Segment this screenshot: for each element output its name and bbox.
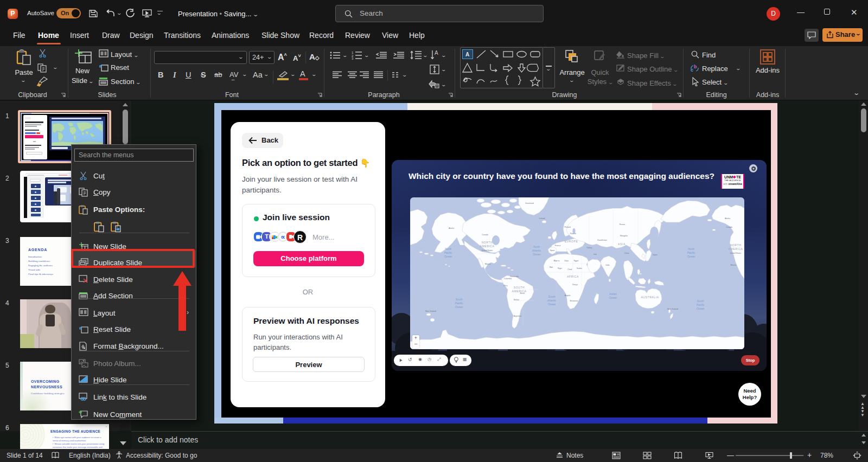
svg-text:Pacific: Pacific (455, 301, 463, 305)
svg-text:Ocean: Ocean (444, 255, 452, 258)
svg-text:Turkey: Turkey (586, 247, 592, 249)
svg-text:India: India (605, 264, 609, 266)
svg-text:New Zealand: New Zealand (425, 310, 436, 312)
svg-text:South: South (455, 298, 462, 301)
svg-text:Egypt: Egypt (574, 260, 579, 262)
svg-text:NORTH: NORTH (730, 243, 742, 247)
svg-text:Ocean: Ocean (609, 296, 617, 299)
svg-text:Brazil: Brazil (520, 292, 525, 294)
svg-text:Canada: Canada (726, 226, 732, 228)
svg-text:b: b (694, 64, 697, 69)
svg-text:A: A (465, 52, 469, 57)
svg-text:ASIA: ASIA (618, 242, 626, 246)
svg-text:EUROPE: EUROPE (565, 240, 578, 243)
svg-text:AMERICA: AMERICA (480, 245, 495, 248)
svg-text:Indian: Indian (609, 292, 617, 296)
svg-text:Mongolia: Mongolia (620, 235, 628, 237)
svg-text:Argentina: Argentina (514, 315, 522, 317)
svg-text:AFRICA: AFRICA (567, 275, 579, 278)
svg-text:Venezuela: Venezuela (510, 275, 519, 278)
svg-text:Pacific: Pacific (687, 251, 695, 254)
svg-text:North: North (688, 247, 694, 251)
svg-text:SOUTH: SOUTH (514, 286, 525, 289)
svg-text:Pacific: Pacific (697, 303, 705, 306)
svg-text:Canada: Canada (482, 234, 488, 236)
svg-text:Sudan: Sudan (577, 267, 582, 270)
svg-text:Atlantic: Atlantic (532, 249, 541, 252)
svg-text:New Zealand: New Zealand (667, 308, 678, 310)
svg-text:Mexico: Mexico (485, 263, 491, 265)
svg-text:Mexico: Mexico (731, 264, 737, 266)
svg-text:Algeria: Algeria (554, 260, 560, 262)
svg-text:Iceland: Iceland (539, 217, 545, 220)
svg-text:Ocean: Ocean (548, 303, 556, 306)
svg-text:Ocean: Ocean (687, 255, 695, 258)
svg-text:Ocean: Ocean (533, 253, 541, 256)
svg-text:North: North (533, 245, 540, 248)
svg-text:3: 3 (352, 57, 354, 60)
svg-text:AMERICA: AMERICA (729, 247, 743, 251)
svg-text:Finland: Finland (564, 226, 570, 228)
svg-text:Mali: Mali (550, 266, 553, 268)
svg-text:AUSTRALIA: AUSTRALIA (641, 296, 659, 299)
svg-text:Iran: Iran (593, 253, 597, 255)
svg-text:North: North (445, 247, 451, 251)
svg-text:Poland: Poland (570, 233, 576, 235)
svg-text:A: A (435, 50, 438, 56)
svg-text:Kazakhstan: Kazakhstan (597, 239, 607, 241)
svg-text:Angola: Angola (565, 294, 571, 297)
svg-text:Colombia: Colombia (504, 278, 512, 280)
svg-text:Bolivia: Bolivia (514, 299, 519, 301)
svg-text:Kenya: Kenya (572, 284, 578, 286)
svg-text:Japan: Japan (652, 254, 657, 256)
svg-text:Alaska: Alaska (449, 227, 454, 229)
svg-text:United States: United States (730, 252, 742, 254)
svg-text:Spain: Spain (550, 249, 555, 252)
svg-text:Libya: Libya (564, 260, 569, 262)
svg-text:United States: United States (482, 249, 493, 252)
svg-text:NORTH: NORTH (482, 241, 493, 244)
svg-text:South: South (548, 295, 555, 298)
svg-text:Chad: Chad (567, 268, 572, 271)
svg-text:Peru: Peru (503, 285, 507, 287)
svg-text:Alaska: Alaska (725, 217, 730, 220)
svg-text:France: France (555, 245, 561, 247)
svg-text:Ocean: Ocean (455, 305, 463, 309)
svg-text:China: China (624, 252, 629, 254)
svg-text:Russia: Russia (620, 223, 625, 226)
svg-text:Ocean: Ocean (697, 307, 705, 310)
svg-text:South: South (697, 299, 704, 303)
svg-text:Niger: Niger (558, 267, 563, 270)
svg-text:Botswana: Botswana (570, 300, 578, 302)
svg-text:Atlantic: Atlantic (547, 299, 557, 302)
svg-text:Greenland: Greenland (525, 202, 534, 204)
svg-text:Pacific: Pacific (444, 251, 452, 254)
